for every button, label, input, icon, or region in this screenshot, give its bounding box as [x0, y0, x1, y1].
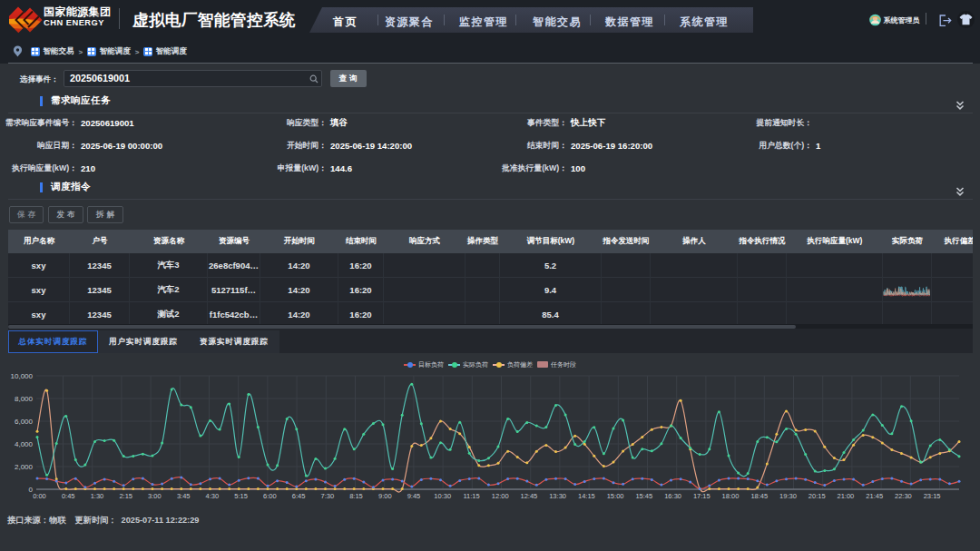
svg-text:12:45: 12:45	[521, 492, 538, 500]
svg-text:8,000: 8,000	[15, 395, 34, 403]
svg-text:14:15: 14:15	[578, 492, 595, 500]
svg-text:7:30: 7:30	[320, 492, 334, 500]
svg-text:10:30: 10:30	[434, 492, 451, 500]
svg-text:17:15: 17:15	[693, 492, 710, 500]
svg-text:16:30: 16:30	[664, 492, 681, 500]
svg-text:9:00: 9:00	[378, 492, 392, 500]
svg-text:11:15: 11:15	[463, 492, 479, 500]
svg-text:22:30: 22:30	[895, 492, 912, 500]
svg-text:15:45: 15:45	[635, 492, 652, 500]
svg-text:10,000: 10,000	[11, 372, 34, 380]
svg-text:3:45: 3:45	[177, 492, 191, 500]
svg-text:23:15: 23:15	[924, 492, 941, 500]
svg-text:19:30: 19:30	[779, 492, 797, 500]
svg-text:4:30: 4:30	[206, 492, 220, 500]
svg-text:0:00: 0:00	[33, 492, 46, 500]
svg-text:6,000: 6,000	[15, 418, 34, 426]
svg-text:9:45: 9:45	[407, 492, 421, 500]
svg-text:21:45: 21:45	[866, 492, 883, 500]
svg-text:12:00: 12:00	[492, 492, 509, 500]
svg-text:6:00: 6:00	[263, 492, 277, 500]
svg-text:3:00: 3:00	[148, 492, 162, 500]
svg-text:15:00: 15:00	[607, 492, 624, 500]
svg-text:18:45: 18:45	[750, 492, 768, 500]
svg-text:2:15: 2:15	[119, 492, 132, 500]
svg-text:18:00: 18:00	[722, 492, 740, 500]
svg-text:4,000: 4,000	[15, 440, 34, 448]
svg-text:5:15: 5:15	[234, 492, 248, 500]
svg-text:0:45: 0:45	[62, 492, 75, 500]
svg-text:21:00: 21:00	[838, 492, 855, 500]
svg-text:1:30: 1:30	[91, 492, 104, 500]
svg-text:8:15: 8:15	[349, 492, 363, 500]
svg-text:2,000: 2,000	[15, 463, 34, 471]
svg-text:20:15: 20:15	[808, 492, 826, 500]
svg-text:13:30: 13:30	[549, 492, 566, 500]
svg-text:6:45: 6:45	[292, 492, 306, 500]
